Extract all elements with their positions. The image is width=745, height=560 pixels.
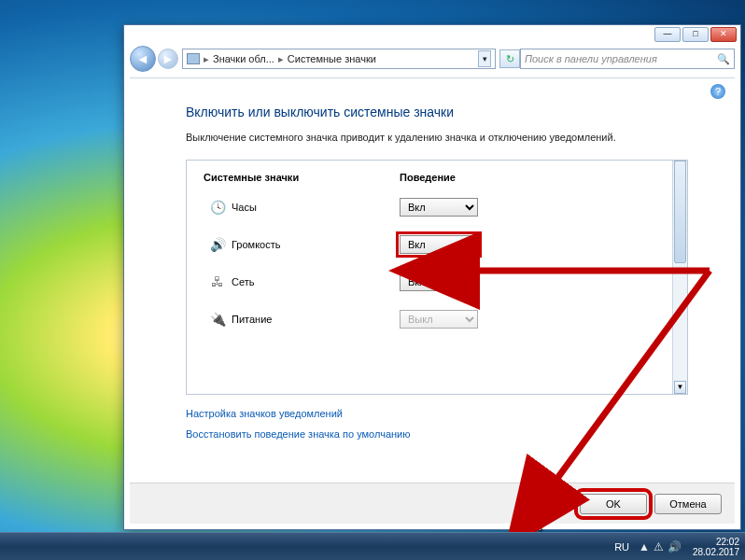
- breadcrumb[interactable]: ▸ Значки обл... ▸ Системные значки ▾: [182, 49, 496, 69]
- window-title-buttons: — □ ✕: [651, 25, 740, 44]
- breadcrumb-part[interactable]: Системные значки: [288, 53, 376, 64]
- nav-forward-button[interactable]: ►: [158, 49, 178, 69]
- row-clock: 🕓 Часы Вкл: [187, 189, 672, 226]
- link-restore-defaults[interactable]: Восстановить поведение значка по умолчан…: [186, 428, 688, 440]
- tray-network-icon[interactable]: ⚠: [654, 540, 664, 553]
- page-description: Выключение системного значка приводит к …: [186, 131, 688, 145]
- search-input[interactable]: Поиск в панели управления 🔍: [520, 49, 735, 69]
- cancel-button[interactable]: Отмена: [654, 494, 722, 514]
- network-icon: 🖧: [204, 274, 232, 289]
- taskbar[interactable]: RU ▲ ⚠ 🔊 22:02 28.02.2017: [0, 532, 745, 560]
- scroll-thumb[interactable]: [674, 161, 686, 263]
- explorer-toolbar: ◄ ► ▸ Значки обл... ▸ Системные значки ▾…: [130, 44, 735, 74]
- system-tray[interactable]: ▲ ⚠ 🔊: [639, 540, 682, 553]
- power-behavior-select: Выкл: [400, 310, 478, 329]
- network-behavior-select[interactable]: Вкл: [400, 273, 478, 291]
- clock-time: 22:02: [693, 537, 739, 547]
- breadcrumb-part[interactable]: Значки обл...: [213, 53, 274, 64]
- page-title: Включить или выключить системные значки: [186, 105, 688, 119]
- search-icon[interactable]: 🔍: [717, 53, 730, 65]
- volume-behavior-select[interactable]: Вкл: [400, 235, 478, 254]
- tray-volume-icon[interactable]: 🔊: [668, 540, 682, 553]
- col-behavior: Поведение: [400, 172, 456, 183]
- row-power: 🔌 Питание Выкл: [187, 301, 672, 338]
- breadcrumb-sep-icon: ▸: [204, 53, 209, 65]
- dialog-footer: OK Отмена: [130, 483, 735, 524]
- scrollbar[interactable]: ▲ ▼: [672, 161, 687, 394]
- close-button[interactable]: ✕: [710, 27, 737, 42]
- breadcrumb-sep-icon: ▸: [278, 53, 284, 65]
- row-network: 🖧 Сеть Вкл: [187, 263, 672, 301]
- table-header: Системные значки Поведение: [187, 161, 672, 189]
- ok-button[interactable]: OK: [580, 494, 647, 514]
- row-label: Часы: [232, 202, 400, 213]
- minimize-button[interactable]: —: [654, 27, 681, 42]
- scroll-down-icon[interactable]: ▼: [674, 381, 686, 394]
- computer-icon: [187, 53, 200, 64]
- row-label: Сеть: [232, 276, 400, 287]
- power-icon: 🔌: [204, 312, 232, 327]
- help-icon[interactable]: ?: [710, 84, 725, 99]
- links-section: Настройка значков уведомлений Восстанови…: [186, 395, 688, 440]
- search-placeholder: Поиск в панели управления: [525, 53, 657, 64]
- refresh-button[interactable]: ↻: [499, 49, 520, 68]
- row-volume: 🔊 Громкость Вкл: [187, 226, 672, 263]
- volume-icon: 🔊: [204, 237, 232, 252]
- link-customize-notifications[interactable]: Настройка значков уведомлений: [186, 408, 688, 419]
- clock-behavior-select[interactable]: Вкл: [400, 198, 478, 217]
- clock-icon: 🕓: [204, 200, 232, 215]
- breadcrumb-dropdown-icon[interactable]: ▾: [478, 50, 491, 67]
- row-label: Громкость: [232, 239, 400, 250]
- col-system-icons: Системные значки: [204, 172, 400, 183]
- nav-back-button[interactable]: ◄: [130, 46, 156, 72]
- taskbar-clock[interactable]: 22:02 28.02.2017: [687, 537, 739, 557]
- tray-chevron-icon[interactable]: ▲: [639, 540, 650, 553]
- window-body: ? Включить или выключить системные значк…: [130, 77, 735, 524]
- row-label: Питание: [232, 314, 400, 325]
- settings-panel: Системные значки Поведение 🕓 Часы Вкл 🔊 …: [186, 160, 688, 395]
- clock-date: 28.02.2017: [693, 547, 739, 557]
- control-panel-window: — □ ✕ ◄ ► ▸ Значки обл... ▸ Системные зн…: [123, 24, 741, 530]
- language-indicator[interactable]: RU: [611, 541, 633, 553]
- maximize-button[interactable]: □: [682, 27, 709, 42]
